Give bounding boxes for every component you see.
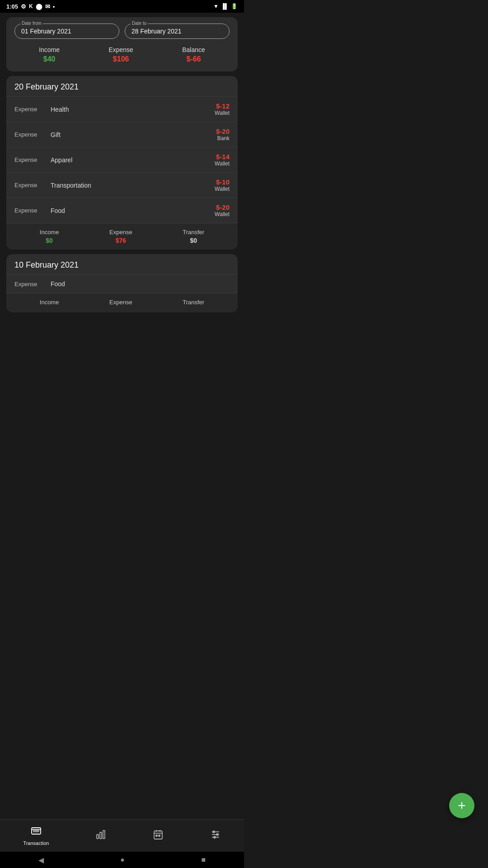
expense-label: Expense [108,46,133,53]
date-to-value: 28 February 2021 [131,28,223,35]
date-from-value: 01 February 2021 [21,28,113,35]
section-card-feb20: 20 February 2021 Expense Health $-12 Wal… [6,76,238,250]
tx-amount-block: $-14 Wallet [215,153,230,167]
footer-expense-value: $76 [109,237,132,244]
date-from-label: Date from [20,21,43,26]
income-stat: Income $40 [39,46,60,63]
tx-amount: $-20 [215,203,230,211]
table-row[interactable]: Expense Transportation $-10 Wallet [6,172,238,198]
income-label: Income [39,46,60,53]
tx-type: Expense [14,182,51,189]
footer-expense-label: Expense [109,229,132,236]
tx-amount-block: $-12 Wallet [215,102,230,116]
footer-transfer-value: $0 [183,237,204,244]
date-from-field[interactable]: Date from 01 February 2021 [14,24,119,39]
tx-type: Expense [14,281,51,288]
tx-category: Transportation [51,182,215,189]
mail-icon: ✉ [45,3,50,10]
footer-expense-label-2: Expense [109,299,132,306]
tx-amount-block: $-20 Bank [216,127,230,142]
footer-income-2: Income [40,299,59,307]
tx-type: Expense [14,106,51,113]
k-icon: K [29,3,33,9]
tx-wallet: Bank [216,135,230,142]
footer-income: Income $0 [40,229,59,244]
tx-category: Health [51,106,215,113]
section-date-feb10: 10 February 2021 [6,254,238,274]
footer-expense-2: Expense [109,299,132,307]
footer-income-label: Income [40,229,59,236]
tx-amount-block: $-10 Wallet [215,178,230,192]
expense-stat: Expense $106 [108,46,133,63]
tx-wallet: Wallet [215,110,230,116]
tx-amount: $-14 [215,153,230,160]
footer-transfer-label: Transfer [183,229,204,236]
tx-type: Expense [14,131,51,138]
date-to-field[interactable]: Date to 28 February 2021 [125,24,230,39]
tx-category: Apparel [51,156,215,164]
expense-value: $106 [108,55,133,63]
section-footer-feb10: Income Expense Transfer [6,293,238,312]
footer-expense: Expense $76 [109,229,132,244]
summary-card: Date from 01 February 2021 Date to 28 Fe… [6,17,238,71]
tx-category: Gift [51,131,216,138]
tx-wallet: Wallet [215,160,230,167]
tx-wallet: Wallet [215,186,230,192]
tx-amount: $-10 [215,178,230,186]
footer-transfer-label-2: Transfer [183,299,204,306]
tx-amount: $-12 [215,102,230,110]
date-to-label: Date to [131,21,148,26]
tx-wallet: Wallet [215,211,230,217]
tx-category: Food [51,280,230,288]
footer-income-value: $0 [40,237,59,244]
footer-income-label-2: Income [40,299,59,306]
footer-transfer-2: Transfer [183,299,204,307]
tx-amount: $-20 [216,127,230,135]
balance-value: $-66 [182,55,205,63]
table-row[interactable]: Expense Food [6,274,238,293]
tx-type: Expense [14,156,51,163]
tx-amount-block: $-20 Wallet [215,203,230,217]
status-bar: 1:05 ⚙ K ⬤ ✉ • ▼ ▐▌ 🔋 [0,0,244,13]
section-card-feb10: 10 February 2021 Expense Food Income Exp… [6,254,238,312]
dot-icon: • [53,3,55,10]
summary-stats: Income $40 Expense $106 Balance $-66 [14,46,230,63]
section-date-feb20: 20 February 2021 [6,76,238,96]
wifi-icon: ▼ [213,3,219,9]
status-time: 1:05 [6,3,18,10]
table-row[interactable]: Expense Gift $-20 Bank [6,122,238,147]
balance-label: Balance [182,46,205,53]
income-value: $40 [39,55,60,63]
status-right: ▼ ▐▌ 🔋 [213,3,238,9]
table-row[interactable]: Expense Apparel $-14 Wallet [6,147,238,172]
signal-icon: ▐▌ [221,3,229,9]
footer-transfer: Transfer $0 [183,229,204,244]
circle-icon: ⬤ [36,3,42,10]
table-row[interactable]: Expense Food $-20 Wallet [6,198,238,223]
tx-category: Food [51,207,215,214]
section-footer-feb20: Income $0 Expense $76 Transfer $0 [6,223,238,250]
battery-icon: 🔋 [231,3,238,9]
tx-type: Expense [14,207,51,214]
date-row: Date from 01 February 2021 Date to 28 Fe… [14,24,230,39]
status-left: 1:05 ⚙ K ⬤ ✉ • [6,3,55,10]
balance-stat: Balance $-66 [182,46,205,63]
table-row[interactable]: Expense Health $-12 Wallet [6,96,238,122]
settings-icon: ⚙ [21,3,26,10]
